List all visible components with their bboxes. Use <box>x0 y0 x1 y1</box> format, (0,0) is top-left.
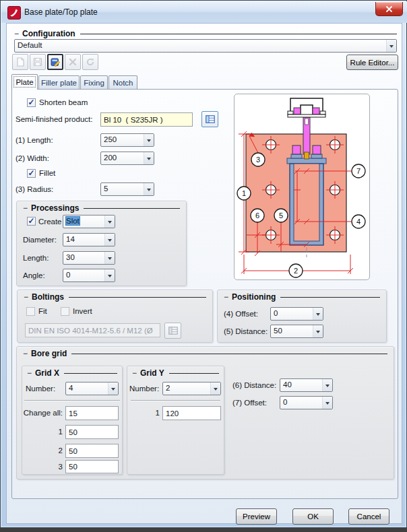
grid-y-header-label: Grid Y <box>140 368 164 378</box>
grid-x-row0-label: Change all: <box>21 406 63 420</box>
angle-combo[interactable]: 0 <box>63 269 115 282</box>
length-combo[interactable]: 250 <box>100 133 154 147</box>
grid-x-group-header: − Grid X <box>27 368 117 378</box>
balloon-7: 7 <box>356 167 361 175</box>
offset4-value: 0 <box>271 308 313 320</box>
chevron-down-icon[interactable] <box>313 325 323 337</box>
grid-x-row1-label: 1 <box>21 425 63 438</box>
grid-y-number-label: Number: <box>129 382 159 395</box>
distance5-value: 50 <box>271 325 313 337</box>
chevron-down-icon[interactable] <box>104 269 115 281</box>
group-header-rule <box>84 208 180 209</box>
length-value: 250 <box>101 134 144 146</box>
distance6-label: (6) Distance: <box>232 378 276 392</box>
radius-value: 5 <box>101 183 144 195</box>
grid-x-number-combo[interactable]: 4 <box>65 382 119 395</box>
radius-combo[interactable]: 5 <box>100 182 154 196</box>
fit-label: Fit <box>38 304 47 318</box>
grid-y-divider <box>131 400 220 401</box>
chevron-down-icon[interactable] <box>322 397 332 409</box>
distance6-combo[interactable]: 40 <box>280 378 333 392</box>
create-processing-checkbox[interactable] <box>27 217 36 226</box>
grid-x-row2-input[interactable] <box>65 444 119 458</box>
chevron-down-icon[interactable] <box>104 215 115 228</box>
collapse-icon[interactable]: − <box>27 368 32 378</box>
table-icon <box>168 327 178 335</box>
chevron-down-icon[interactable] <box>104 234 115 246</box>
plate-tab-content: Shorten beam Semi-finished product: (1) … <box>1 1 406 527</box>
balloon-3: 3 <box>256 156 260 164</box>
boltings-header-label: Boltings <box>32 292 64 302</box>
group-header-rule <box>169 373 219 374</box>
grid-x-divider <box>24 400 120 401</box>
length-label: (1) Length: <box>15 133 53 147</box>
bolt-assembly-browse-button <box>164 323 181 339</box>
angle-value: 0 <box>63 269 104 281</box>
table-icon <box>206 115 215 123</box>
grid-x-row0-input[interactable] <box>65 406 119 420</box>
balloon-5: 5 <box>279 211 283 220</box>
chevron-down-icon[interactable] <box>210 383 220 395</box>
plate-preview-drawing: 1 2 3 4 5 6 7 <box>234 94 370 280</box>
invert-label: Invert <box>73 304 92 318</box>
chevron-down-icon[interactable] <box>108 383 118 395</box>
slot-length-label: Length: <box>23 251 49 265</box>
semi-finished-label: Semi-finished product: <box>15 112 92 126</box>
invert-checkbox[interactable] <box>61 307 69 316</box>
fit-checkbox[interactable] <box>26 307 35 316</box>
processings-group-header: − Processings <box>23 203 180 213</box>
grid-y-number-combo[interactable]: 2 <box>162 382 221 395</box>
slot-length-combo[interactable]: 30 <box>63 251 115 265</box>
grid-x-row3-input[interactable] <box>65 460 119 473</box>
slot-length-value: 30 <box>63 252 104 264</box>
collapse-icon[interactable]: − <box>224 292 228 302</box>
collapse-icon[interactable]: − <box>23 203 28 213</box>
bore-grid-header-label: Bore grid <box>31 349 67 358</box>
screen: Base plate/Top plate − Configuration Def… <box>0 0 407 532</box>
collapse-icon[interactable]: − <box>24 292 28 302</box>
group-header-rule <box>64 373 117 374</box>
angle-label: Angle: <box>23 269 45 282</box>
diameter-combo[interactable]: 14 <box>63 233 115 246</box>
grid-x-number-value: 4 <box>66 383 108 395</box>
offset4-label: (4) Offset: <box>224 307 258 321</box>
diameter-label: Diameter: <box>23 233 57 246</box>
grid-x-row1-input[interactable] <box>65 425 119 439</box>
grid-x-header-label: Grid X <box>35 368 59 378</box>
width-combo[interactable]: 200 <box>100 152 154 165</box>
grid-y-row0-label: 1 <box>134 406 160 420</box>
offset7-combo[interactable]: 0 <box>280 396 333 409</box>
semi-finished-browse-button[interactable] <box>201 111 218 127</box>
bolt-assembly-input <box>25 323 160 337</box>
shorten-beam-label: Shorten beam <box>39 96 88 109</box>
dialog-base-plate-top-plate: Base plate/Top plate − Configuration Def… <box>0 0 407 528</box>
grid-y-group-header: − Grid Y <box>132 368 219 378</box>
width-label: (2) Width: <box>15 152 49 165</box>
group-header-rule <box>280 297 380 298</box>
processings-header-label: Processings <box>31 203 79 213</box>
fillet-checkbox[interactable] <box>27 169 36 178</box>
balloon-6: 6 <box>255 211 259 220</box>
balloon-4: 4 <box>356 218 361 226</box>
offset7-label: (7) Offset: <box>232 396 267 409</box>
balloon-2: 2 <box>294 267 298 275</box>
chevron-down-icon[interactable] <box>144 183 154 195</box>
collapse-icon[interactable]: − <box>23 349 28 358</box>
grid-y-row0-input[interactable] <box>162 406 221 420</box>
fillet-label: Fillet <box>39 166 55 180</box>
shorten-beam-checkbox[interactable] <box>27 98 36 107</box>
offset4-combo[interactable]: 0 <box>270 307 323 321</box>
processing-type-combo[interactable]: Slot <box>63 215 115 228</box>
group-header-rule <box>69 297 206 298</box>
chevron-down-icon[interactable] <box>144 134 154 146</box>
distance5-combo[interactable]: 50 <box>270 325 323 338</box>
grid-x-row3-label: 3 <box>21 460 63 473</box>
create-processing-label: Create <box>38 215 62 228</box>
chevron-down-icon[interactable] <box>313 308 323 320</box>
boltings-group-header: − Boltings <box>24 292 206 302</box>
chevron-down-icon[interactable] <box>144 152 154 164</box>
chevron-down-icon[interactable] <box>104 252 115 264</box>
collapse-icon[interactable]: − <box>132 368 137 378</box>
chevron-down-icon[interactable] <box>322 379 332 391</box>
semi-finished-input[interactable] <box>100 112 193 127</box>
